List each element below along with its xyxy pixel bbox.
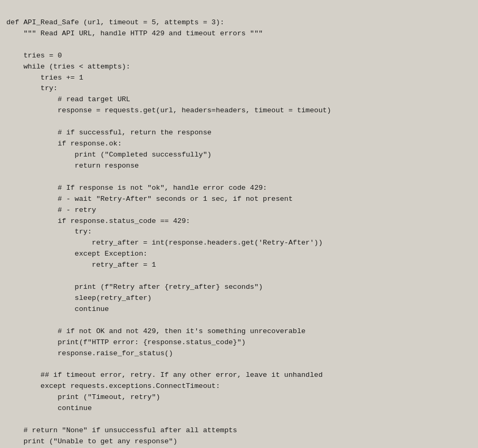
code-line: retry_after = int(response.headers.get('… bbox=[6, 238, 472, 249]
code-line: response = requests.get(url, headers=hea… bbox=[6, 105, 472, 116]
code-line: continue bbox=[6, 403, 472, 414]
code-line: print (f"Retry after {retry_after} secon… bbox=[6, 282, 472, 293]
code-line: except requests.exceptions.ConnectTimeou… bbox=[6, 381, 472, 392]
code-line bbox=[6, 271, 472, 282]
code-line bbox=[6, 116, 472, 128]
code-line: sleep(retry_after) bbox=[6, 293, 472, 304]
code-line: try: bbox=[6, 83, 472, 94]
code-line: # read target URL bbox=[6, 94, 472, 105]
code-line: # return "None" if unsuccessful after al… bbox=[6, 425, 472, 436]
code-line: def API_Read_Safe (url, timeout = 5, att… bbox=[6, 17, 472, 28]
code-line bbox=[6, 414, 472, 425]
code-line: retry_after = 1 bbox=[6, 260, 472, 271]
code-line bbox=[6, 359, 472, 371]
code-line: response.raise_for_status() bbox=[6, 348, 472, 359]
code-display: def API_Read_Safe (url, timeout = 5, att… bbox=[6, 4, 472, 448]
code-line: # if not OK and not 429, then it's somet… bbox=[6, 326, 472, 337]
code-line: tries = 0 bbox=[6, 51, 472, 62]
code-line: print ("Timeout, retry") bbox=[6, 392, 472, 403]
code-line: if response.ok: bbox=[6, 139, 472, 150]
code-line: # - wait "Retry-After" seconds or 1 sec,… bbox=[6, 194, 472, 205]
code-line: # - retry bbox=[6, 205, 472, 216]
code-line: continue bbox=[6, 304, 472, 315]
code-line: print ("Completed successfully") bbox=[6, 150, 472, 161]
code-line: print ("Unable to get any response") bbox=[6, 436, 472, 447]
code-line: # if successful, return the response bbox=[6, 128, 472, 139]
code-line: tries += 1 bbox=[6, 73, 472, 84]
code-line: ## if timeout error, retry. If any other… bbox=[6, 370, 472, 381]
code-line: print(f"HTTP error: {response.status_cod… bbox=[6, 337, 472, 348]
code-line: # If response is not "ok", handle error … bbox=[6, 183, 472, 194]
code-line bbox=[6, 315, 472, 326]
code-line: return response bbox=[6, 161, 472, 172]
code-line bbox=[6, 172, 472, 183]
code-line: while (tries < attempts): bbox=[6, 62, 472, 73]
code-line bbox=[6, 40, 472, 51]
code-line: try: bbox=[6, 227, 472, 238]
code-line: """ Read API URL, handle HTTP 429 and ti… bbox=[6, 28, 472, 40]
code-line: except Exception: bbox=[6, 249, 472, 260]
code-line: if response.status_code == 429: bbox=[6, 216, 472, 227]
